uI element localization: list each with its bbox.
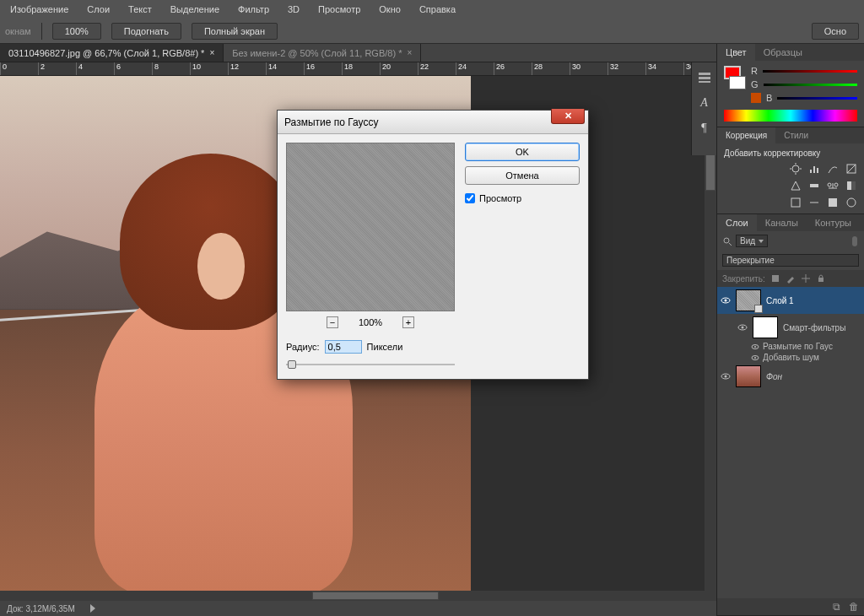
layer-name[interactable]: Смарт-фильтры (783, 323, 845, 332)
color-ramp[interactable] (724, 110, 857, 122)
svg-rect-12 (810, 184, 818, 187)
svg-rect-0 (699, 73, 710, 75)
vibrance-icon[interactable] (790, 180, 802, 192)
warning-icon[interactable] (751, 93, 761, 103)
fg-bg-swatches[interactable] (724, 66, 746, 106)
svg-point-14 (834, 183, 838, 186)
layer-row[interactable]: Смарт-фильтры (717, 314, 864, 341)
trash-icon[interactable]: 🗑 (849, 601, 859, 613)
adjust-icon[interactable] (827, 197, 839, 208)
adjust-icon[interactable] (808, 197, 820, 208)
svg-point-28 (742, 327, 744, 329)
radius-input[interactable] (325, 340, 362, 354)
curves-icon[interactable] (827, 163, 839, 175)
preview-checkbox-row[interactable]: Просмотр (465, 193, 580, 203)
b-slider[interactable] (777, 94, 857, 102)
blend-mode-select[interactable]: Перекрытие (722, 254, 859, 267)
menu-layers[interactable]: Слои (87, 4, 110, 14)
dialog-titlebar[interactable]: Размытие по Гауссу ✕ (278, 111, 588, 134)
layer-row[interactable]: Слой 1 (717, 287, 864, 314)
lock-pixels-icon[interactable] (770, 273, 780, 284)
layer-thumbnail[interactable] (753, 316, 778, 338)
filter-toggle[interactable] (850, 235, 859, 247)
collapsed-panel-strip: A ¶ (691, 62, 716, 155)
close-icon[interactable]: × (209, 48, 214, 57)
layer-name[interactable]: Фон (766, 372, 782, 381)
preview-checkbox[interactable] (465, 193, 475, 203)
svg-point-13 (828, 183, 831, 186)
menu-window[interactable]: Окно (379, 4, 401, 14)
bw-icon[interactable] (845, 180, 857, 192)
ok-button[interactable]: OK (465, 143, 580, 161)
lock-brush-icon[interactable] (786, 273, 796, 284)
zoom-100-button[interactable]: 100% (52, 23, 101, 40)
paragraph-icon[interactable]: ¶ (698, 122, 711, 135)
layer-thumbnail[interactable] (736, 289, 761, 311)
visibility-icon[interactable] (751, 354, 759, 361)
layer-row[interactable]: Фон (717, 363, 864, 390)
g-slider[interactable] (764, 80, 857, 89)
visibility-icon[interactable] (721, 372, 731, 381)
menu-text[interactable]: Текст (128, 4, 152, 14)
tab-swatches[interactable]: Образцы (755, 44, 811, 61)
tab-channels[interactable]: Каналы (757, 214, 807, 231)
document-tab[interactable]: 03110496827.jpg @ 66,7% (Слой 1, RGB/8#)… (0, 44, 224, 62)
ruler-horizontal: 0 2 4 6 8 10 12 14 16 18 20 22 24 26 28 … (0, 62, 716, 76)
tab-adjustments[interactable]: Коррекция (717, 127, 775, 143)
adjust-icon[interactable] (845, 197, 857, 208)
menu-view[interactable]: Просмотр (318, 4, 360, 14)
lock-all-icon[interactable] (816, 273, 826, 284)
link-icon[interactable]: ⧉ (833, 601, 840, 613)
svg-rect-15 (847, 181, 851, 190)
zoom-out-button[interactable]: − (327, 316, 338, 328)
radius-slider[interactable] (286, 359, 455, 370)
visibility-icon[interactable] (751, 343, 759, 350)
tab-layers[interactable]: Слои (717, 214, 757, 231)
close-icon[interactable]: × (407, 48, 412, 57)
tab-label: Без имени-2 @ 50% (Слой 11, RGB/8) * (232, 48, 402, 58)
hue-icon[interactable] (808, 180, 820, 192)
search-icon[interactable] (722, 236, 732, 246)
scrollbar-horizontal[interactable] (0, 591, 716, 601)
filter-preview[interactable] (286, 143, 455, 311)
svg-point-30 (754, 346, 756, 348)
tab-color[interactable]: Цвет (717, 44, 755, 61)
close-button[interactable]: ✕ (551, 109, 585, 124)
levels-icon[interactable] (808, 163, 820, 175)
fit-button[interactable]: Подогнать (111, 23, 181, 40)
balance-icon[interactable] (827, 180, 839, 192)
radius-label: Радиус: (286, 342, 320, 352)
option-fit-windows[interactable]: окнам (5, 26, 31, 36)
cancel-button[interactable]: Отмена (465, 166, 580, 185)
character-icon[interactable]: A (698, 96, 711, 110)
document-tab[interactable]: Без имени-2 @ 50% (Слой 11, RGB/8) * × (224, 44, 421, 62)
scrollbar-vertical[interactable] (705, 89, 716, 591)
exposure-icon[interactable] (845, 163, 857, 175)
zoom-in-button[interactable]: + (402, 316, 414, 328)
menu-image[interactable]: Изображение (10, 4, 68, 14)
r-slider[interactable] (763, 67, 857, 75)
layer-name[interactable]: Слой 1 (766, 296, 794, 305)
svg-rect-18 (829, 198, 837, 207)
right-button[interactable]: Осно (812, 23, 859, 40)
svg-rect-2 (699, 81, 710, 83)
visibility-icon[interactable] (721, 296, 731, 305)
filter-kind-select[interactable]: Вид (736, 235, 768, 247)
menu-help[interactable]: Справка (419, 4, 456, 14)
layer-thumbnail[interactable] (736, 365, 761, 387)
fullscreen-button[interactable]: Полный экран (192, 23, 278, 40)
visibility-icon[interactable] (737, 323, 748, 332)
adjust-icon[interactable] (790, 197, 802, 208)
menu-filter[interactable]: Фильтр (238, 4, 269, 14)
smart-filter-item[interactable]: Добавить шум (717, 352, 864, 363)
tab-paths[interactable]: Контуры (807, 214, 860, 231)
svg-rect-23 (772, 275, 779, 282)
menu-3d[interactable]: 3D (288, 4, 300, 14)
menu-select[interactable]: Выделение (170, 4, 219, 14)
history-icon[interactable] (698, 71, 711, 84)
smart-filter-item[interactable]: Размытие по Гаус (717, 341, 864, 352)
tab-styles[interactable]: Стили (775, 127, 817, 143)
triangle-icon[interactable] (90, 604, 95, 613)
lock-position-icon[interactable] (801, 273, 811, 284)
brightness-icon[interactable] (790, 163, 802, 175)
